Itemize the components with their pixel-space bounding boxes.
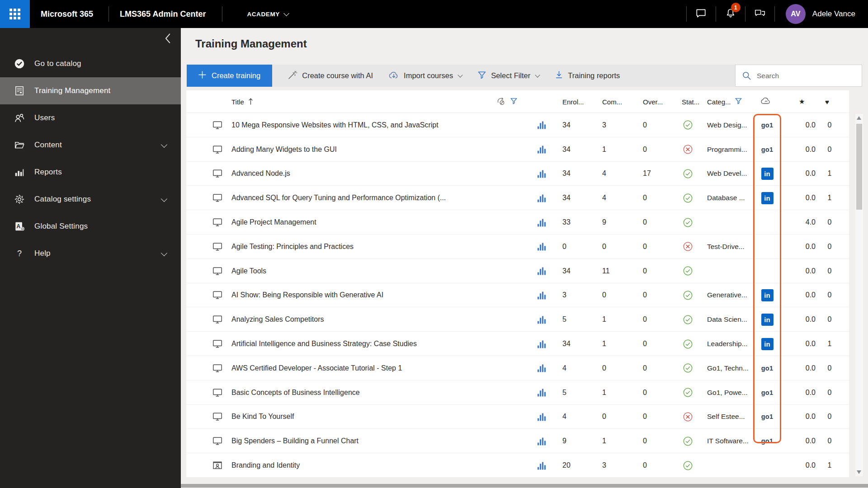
vertical-scrollbar[interactable] — [855, 114, 863, 476]
category-label: Test-Drive... — [707, 235, 745, 259]
course-title[interactable]: Basic Concepts of Business Intelligence — [231, 380, 360, 405]
table-row[interactable]: 10 Mega Responsive Websites with HTML, C… — [186, 113, 849, 137]
sidebar-item-help[interactable]: ?Help — [0, 240, 181, 267]
course-title[interactable]: Agile Tools — [231, 259, 266, 283]
course-title[interactable]: 10 Mega Responsive Websites with HTML, C… — [231, 113, 439, 137]
horizontal-scrollbar[interactable] — [181, 484, 868, 488]
table-row[interactable]: Agile Project Management33904.00 — [186, 210, 849, 235]
category-filter-icon[interactable] — [735, 97, 742, 106]
enrolled-count: 34 — [562, 259, 571, 283]
course-stats-chart-icon[interactable] — [537, 307, 547, 332]
table-row[interactable]: Artificial Intelligence and Business Str… — [186, 332, 849, 356]
provider-go1-logo: go1 — [761, 389, 774, 396]
course-stats-chart-icon[interactable] — [537, 137, 547, 162]
table-row[interactable]: Advanced Node.js34417Web Devel...in0.01 — [186, 162, 849, 186]
sort-ascending-icon — [248, 97, 254, 107]
feedback-button[interactable] — [745, 0, 774, 28]
table-row[interactable]: Agile Tools341100.00 — [186, 259, 849, 283]
overdue-count: 0 — [643, 356, 647, 380]
course-stats-chart-icon[interactable] — [537, 283, 547, 308]
course-stats-chart-icon[interactable] — [537, 356, 547, 380]
course-stats-chart-icon[interactable] — [537, 235, 547, 259]
column-header-provider-cloud-icon[interactable] — [760, 90, 772, 113]
course-stats-chart-icon[interactable] — [537, 332, 547, 356]
course-title[interactable]: Adding Many Widgets to the GUI — [231, 137, 337, 162]
notifications-button[interactable]: 1 — [716, 0, 745, 28]
table-row[interactable]: Advanced SQL for Query Tuning and Perfor… — [186, 186, 849, 210]
tenant-dropdown[interactable]: ACADEMY — [247, 11, 288, 18]
course-title[interactable]: AI Show: Being Responsible with Generati… — [231, 283, 383, 308]
import-courses-button[interactable]: Import courses — [388, 70, 462, 81]
sidebar-item-reports[interactable]: Reports — [0, 159, 181, 186]
table-row[interactable]: AI Show: Being Responsible with Generati… — [186, 283, 849, 308]
table-row[interactable]: Branding and Identity20300.01 — [186, 453, 849, 478]
course-stats-chart-icon[interactable] — [537, 429, 547, 453]
course-type-icon — [212, 405, 222, 429]
column-header-title[interactable]: Title — [231, 90, 254, 113]
column-header-rating-star-icon[interactable]: ★ — [799, 90, 805, 113]
course-stats-chart-icon[interactable] — [537, 210, 547, 235]
webinar-type-icon — [212, 453, 222, 478]
sidebar-item-go-to-catalog[interactable]: Go to catalog — [0, 50, 181, 77]
sidebar-item-users[interactable]: Users — [0, 104, 181, 131]
sidebar-item-content[interactable]: Content — [0, 131, 181, 159]
column-header-enrolled[interactable]: Enrol... — [562, 90, 584, 113]
column-header-likes-heart-icon[interactable]: ♥ — [825, 90, 829, 113]
app-launcher-waffle-icon[interactable] — [0, 0, 30, 28]
course-stats-chart-icon[interactable] — [537, 186, 547, 210]
course-stats-chart-icon[interactable] — [537, 380, 547, 405]
course-title[interactable]: Analyzing Sales Competitors — [231, 307, 324, 332]
sync-disabled-icon[interactable] — [495, 90, 506, 113]
table-row[interactable]: Big Spenders – Building a Funnel Chart91… — [186, 429, 849, 453]
course-stats-chart-icon[interactable] — [537, 113, 547, 137]
user-profile[interactable]: AV Adele Vance — [775, 4, 868, 24]
course-title[interactable]: Advanced SQL for Query Tuning and Perfor… — [231, 186, 446, 210]
page-title: Training Management — [195, 38, 307, 50]
vertical-scrollbar-thumb[interactable] — [856, 124, 862, 210]
course-stats-chart-icon[interactable] — [537, 162, 547, 186]
course-stats-chart-icon[interactable] — [537, 453, 547, 478]
course-stats-chart-icon[interactable] — [537, 259, 547, 283]
search-input[interactable] — [757, 72, 862, 80]
microsoft-365-brand[interactable]: Microsoft 365 — [41, 9, 93, 19]
column-header-overdue[interactable]: Over... — [643, 90, 663, 113]
course-title[interactable]: Advanced Node.js — [231, 162, 290, 186]
column-header-category[interactable]: Categ... — [707, 90, 742, 113]
table-row[interactable]: Analyzing Sales Competitors510Data Scien… — [186, 307, 849, 332]
course-title[interactable]: Agile Testing: Principles and Practices — [231, 235, 354, 259]
category-label: Self Estee... — [707, 405, 745, 429]
training-reports-button[interactable]: Training reports — [555, 70, 620, 81]
select-filter-button[interactable]: Select Filter — [477, 70, 539, 81]
overdue-count: 0 — [643, 429, 647, 453]
create-course-with-ai-button[interactable]: Create course with AI — [288, 70, 373, 82]
title-filter-icon[interactable] — [510, 90, 518, 113]
course-title[interactable]: Branding and Identity — [231, 453, 300, 478]
course-title[interactable]: Big Spenders – Building a Funnel Chart — [231, 429, 359, 453]
collapse-sidebar-icon[interactable] — [164, 33, 171, 46]
column-header-status[interactable]: Stat... — [682, 90, 699, 113]
course-title[interactable]: Be Kind To Yourself — [231, 405, 294, 429]
chat-button[interactable] — [687, 0, 716, 28]
table-row[interactable]: AWS Certified Developer - Associate Tuto… — [186, 356, 849, 380]
course-title[interactable]: AWS Certified Developer - Associate Tuto… — [231, 356, 402, 380]
horizontal-scrollbar-thumb[interactable] — [181, 484, 868, 488]
scroll-up-arrow-icon[interactable] — [857, 116, 861, 120]
enrolled-count: 34 — [562, 137, 571, 162]
course-title[interactable]: Agile Project Management — [231, 210, 316, 235]
sidebar-item-catalog-settings[interactable]: Catalog settings — [0, 186, 181, 213]
course-title[interactable]: Artificial Intelligence and Business Str… — [231, 332, 417, 356]
create-training-button[interactable]: Create training — [187, 65, 272, 87]
table-row[interactable]: Adding Many Widgets to the GUI3410Progra… — [186, 137, 849, 162]
provider-cell: go1 — [754, 380, 781, 405]
scroll-down-arrow-icon[interactable] — [857, 470, 861, 474]
table-row[interactable]: Basic Concepts of Business Intelligence5… — [186, 380, 849, 405]
course-type-icon — [212, 380, 222, 405]
overdue-count: 0 — [643, 259, 647, 283]
table-row[interactable]: Be Kind To Yourself400Self Estee...go10.… — [186, 405, 849, 429]
column-header-completed[interactable]: Com... — [602, 90, 622, 113]
course-stats-chart-icon[interactable] — [537, 405, 547, 429]
table-row[interactable]: Agile Testing: Principles and Practices0… — [186, 235, 849, 259]
sidebar-item-global-settings[interactable]: AGlobal Settings — [0, 213, 181, 240]
sidebar-item-training-management[interactable]: Training Management — [0, 77, 181, 104]
course-type-icon — [212, 235, 222, 259]
